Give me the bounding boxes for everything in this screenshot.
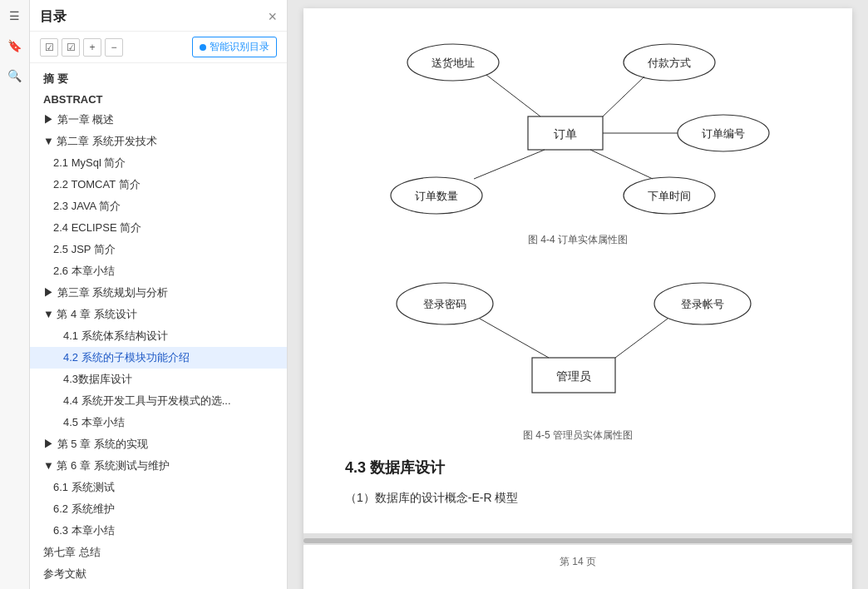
svg-text:送货地址: 送货地址 (432, 57, 475, 69)
main-content: 送货地址 付款方式 订单 订单编号 订单数量 下单时间 (288, 0, 868, 589)
toc-item-ch5[interactable]: ▶ 第 5 章 系统的实现 (30, 433, 287, 455)
svg-text:管理员: 管理员 (556, 369, 591, 383)
order-er-svg: 送货地址 付款方式 订单 订单编号 订单数量 下单时间 (345, 33, 827, 225)
svg-line-16 (590, 150, 653, 179)
search-icon[interactable]: 🔍 (6, 67, 24, 85)
svg-line-24 (615, 319, 668, 358)
toolbar-btn-check2[interactable]: ☑ (62, 38, 80, 57)
smart-btn-dot (200, 44, 206, 51)
toc-list: 摘 要ABSTRACT▶ 第一章 概述▼ 第二章 系统开发技术2.1 MySql… (30, 63, 287, 589)
toc-item-ch7[interactable]: 第七章 总结 (30, 542, 287, 563)
toc-item-ch4-3[interactable]: 4.3数据库设计 (30, 369, 287, 390)
page-number: 第 14 页 (345, 555, 811, 569)
svg-line-13 (603, 77, 644, 116)
svg-line-12 (486, 75, 540, 116)
er-diagram-order: 送货地址 付款方式 订单 订单编号 订单数量 下单时间 (345, 33, 811, 247)
smart-btn-label: 智能识别目录 (210, 40, 269, 54)
admin-er-svg: 登录密码 登录帐号 管理员 (345, 262, 827, 420)
toolbar-btn-check1[interactable]: ☑ (40, 38, 58, 57)
section-content: （1）数据库的设计概念-E-R 模型 (345, 488, 811, 508)
toc-item-ch2[interactable]: ▼ 第二章 系统开发技术 (30, 131, 287, 152)
toc-item-ch6-3[interactable]: 6.3 本章小结 (30, 520, 287, 542)
diagram2-caption: 图 4-5 管理员实体属性图 (345, 428, 811, 443)
sidebar-toolbar: ☑ ☑ + − 智能识别目录 (30, 32, 287, 63)
toolbar-btn-remove[interactable]: − (105, 38, 123, 57)
svg-text:订单: 订单 (554, 127, 577, 141)
toolbar-btn-add[interactable]: + (83, 38, 101, 57)
toc-item-ch2-6[interactable]: 2.6 本章小结 (30, 260, 287, 282)
toc-item-ch1[interactable]: ▶ 第一章 概述 (30, 109, 287, 131)
smart-recognize-btn[interactable]: 智能识别目录 (192, 37, 277, 57)
toc-item-ch2-3[interactable]: 2.3 JAVA 简介 (30, 196, 287, 217)
sidebar: 目录 × ☑ ☑ + − 智能识别目录 摘 要ABSTRACT▶ 第一章 概述▼… (30, 0, 288, 589)
er-diagram-admin: 登录密码 登录帐号 管理员 图 4-5 管理员实体属性图 (345, 262, 811, 443)
toc-item-abstract-en[interactable]: ABSTRACT (30, 90, 287, 109)
left-icon-strip: ☰ 🔖 🔍 (0, 0, 30, 589)
document-page: 送货地址 付款方式 订单 订单编号 订单数量 下单时间 (303, 8, 852, 589)
bookmark-icon[interactable]: 🔖 (6, 37, 24, 55)
toc-item-ch4-5[interactable]: 4.5 本章小结 (30, 412, 287, 433)
svg-line-15 (474, 150, 545, 179)
svg-line-23 (480, 319, 549, 358)
toc-item-ch4[interactable]: ▼ 第 4 章 系统设计 (30, 304, 287, 325)
toc-item-ch6-2[interactable]: 6.2 系统维护 (30, 498, 287, 520)
toc-item-ch2-2[interactable]: 2.2 TOMCAT 简介 (30, 174, 287, 196)
toc-item-ch2-1[interactable]: 2.1 MySql 简介 (30, 152, 287, 174)
svg-text:付款方式: 付款方式 (647, 57, 691, 69)
svg-text:订单编号: 订单编号 (702, 127, 745, 140)
toc-item-ch4-4[interactable]: 4.4 系统开发工具与开发模式的选... (30, 390, 287, 412)
toc-item-ch3[interactable]: ▶ 第三章 系统规划与分析 (30, 282, 287, 304)
menu-icon[interactable]: ☰ (6, 7, 24, 25)
svg-text:订单数量: 订单数量 (415, 190, 458, 202)
toc-item-ch6-1[interactable]: 6.1 系统测试 (30, 477, 287, 498)
toc-item-ch4-1[interactable]: 4.1 系统体系结构设计 (30, 325, 287, 347)
page-wrapper: 送货地址 付款方式 订单 订单编号 订单数量 下单时间 (288, 0, 868, 589)
toc-item-ch2-5[interactable]: 2.5 JSP 简介 (30, 239, 287, 260)
svg-text:下单时间: 下单时间 (648, 190, 691, 202)
sidebar-title: 目录 (40, 8, 67, 26)
diagram1-caption: 图 4-4 订单实体属性图 (345, 233, 811, 247)
toc-item-ch4-2[interactable]: 4.2 系统的子模块功能介绍 (30, 347, 287, 369)
toc-item-thanks[interactable]: 致谢 (30, 585, 287, 589)
sidebar-header: 目录 × (30, 0, 287, 32)
toc-item-refs[interactable]: 参考文献 (30, 563, 287, 585)
section-heading: 4.3 数据库设计 (345, 458, 811, 478)
toc-item-ch2-4[interactable]: 2.4 ECLIPSE 简介 (30, 217, 287, 239)
toc-item-ch6[interactable]: ▼ 第 6 章 系统测试与维护 (30, 455, 287, 477)
svg-text:登录帐号: 登录帐号 (681, 298, 724, 310)
svg-text:登录密码: 登录密码 (423, 298, 466, 310)
toc-item-abstract-zh[interactable]: 摘 要 (30, 68, 287, 90)
sidebar-close-btn[interactable]: × (268, 8, 277, 26)
